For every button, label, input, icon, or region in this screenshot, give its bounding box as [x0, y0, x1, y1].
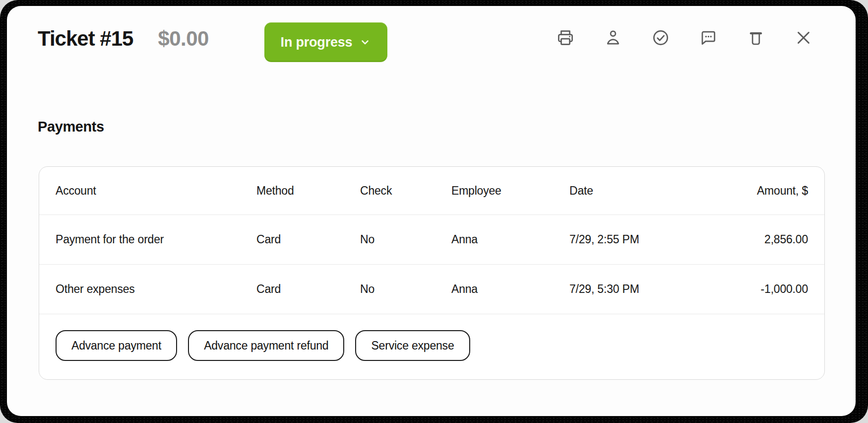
cell-method: Card: [256, 233, 360, 246]
col-header-method: Method: [256, 184, 360, 198]
col-header-date: Date: [569, 184, 757, 198]
table-row[interactable]: Other expenses Card No Anna 7/29, 5:30 P…: [39, 265, 824, 314]
printer-icon[interactable]: [556, 28, 575, 47]
cell-method: Card: [256, 282, 360, 296]
cell-amount: -1,000.00: [761, 282, 808, 296]
trash-icon[interactable]: [746, 28, 765, 47]
payments-heading: Payments: [38, 119, 104, 135]
cell-employee: Anna: [451, 233, 569, 246]
cell-date: 7/29, 5:30 PM: [569, 282, 761, 296]
col-header-check: Check: [360, 184, 451, 198]
ticket-modal: Ticket #15 $0.00 In progress: [7, 6, 856, 416]
toolbar: [556, 28, 813, 47]
advance-payment-refund-button[interactable]: Advance payment refund: [188, 330, 344, 361]
user-icon[interactable]: [604, 28, 622, 47]
cell-amount: 2,856.00: [764, 233, 808, 246]
status-label: In progress: [281, 35, 353, 50]
chevron-down-icon: [359, 36, 371, 48]
modal-header: Ticket #15 $0.00: [38, 26, 209, 52]
advance-payment-button[interactable]: Advance payment: [56, 330, 177, 361]
table-header-row: Account Method Check Employee Date Amoun…: [39, 167, 824, 215]
table-row[interactable]: Payment for the order Card No Anna 7/29,…: [39, 215, 824, 265]
col-header-account: Account: [56, 184, 256, 198]
cell-account: Payment for the order: [56, 233, 256, 246]
col-header-employee: Employee: [451, 184, 569, 198]
cell-check: No: [360, 233, 451, 246]
close-icon[interactable]: [794, 28, 813, 47]
cell-check: No: [360, 282, 451, 296]
check-circle-icon[interactable]: [651, 28, 670, 47]
comment-icon[interactable]: [699, 28, 718, 47]
payments-table: Account Method Check Employee Date Amoun…: [39, 166, 825, 380]
screenshot: Ticket #15 $0.00 In progress: [0, 0, 868, 423]
cell-date: 7/29, 2:55 PM: [569, 233, 764, 246]
col-header-amount: Amount, $: [757, 184, 808, 198]
service-expense-button[interactable]: Service expense: [355, 330, 470, 361]
status-dropdown-button[interactable]: In progress: [264, 22, 387, 62]
ticket-title: Ticket #15: [38, 26, 133, 52]
cell-employee: Anna: [451, 282, 569, 296]
ticket-total: $0.00: [158, 26, 209, 52]
cell-account: Other expenses: [56, 282, 256, 296]
table-actions: Advance payment Advance payment refund S…: [39, 314, 824, 361]
